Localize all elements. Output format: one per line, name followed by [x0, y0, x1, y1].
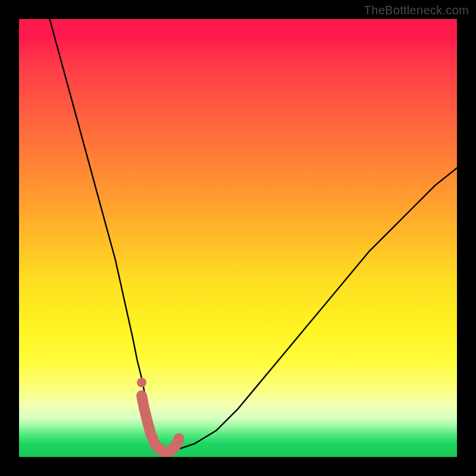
watermark-text: TheBottleneck.com	[364, 4, 469, 17]
curve-layer	[19, 19, 457, 457]
chart-stage: TheBottleneck.com	[0, 0, 476, 476]
marker-segment	[142, 396, 179, 452]
marker-dot	[137, 378, 146, 387]
plot-area	[19, 19, 457, 457]
bottleneck-curve	[50, 19, 457, 453]
